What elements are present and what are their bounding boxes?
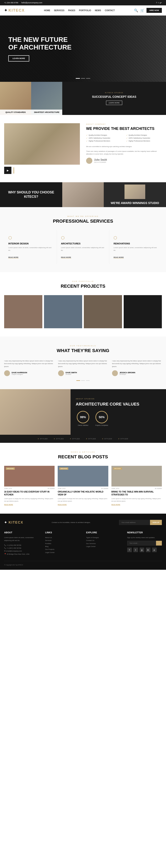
about-title: WE PROVIDE THE BEST ARCHITECTS [86,126,162,131]
footer-subscribe-button[interactable]: SIGN UP [150,520,162,525]
email: hello@yourcompany.com [21,2,42,4]
studio-tag-1[interactable]: #STYLED [38,438,48,440]
blog-date-3: JUNE 13TH [111,488,119,489]
footer-columns: About Lorem ipsum dolor sit amet, consec… [4,531,162,556]
service-card-3: ⬡ RENOVATIONS Lorem ipsum dolor sit amet… [109,230,162,264]
why-right-image [124,185,145,199]
t-dot-2[interactable] [81,380,85,381]
check-item-1: ✓ Quality Architect Designs [86,134,122,136]
project-image-2[interactable] [44,295,82,328]
t-dot-3[interactable] [86,380,90,381]
social-linkedin-icon[interactable]: in [146,548,150,552]
nav-pages[interactable]: PAGES [68,9,75,11]
about-image-side: ▶ [4,123,80,174]
project-image-1[interactable] [4,295,42,328]
about-text-2: There are many variations of passages of… [86,150,162,156]
studio-tag-2[interactable]: #STYLED [54,438,64,440]
hero-cta-button[interactable]: LEARN MORE [8,55,29,62]
footer-logo: ✦ KITECX [4,521,23,524]
footer-explore-1[interactable]: Types of Designs [86,536,121,539]
projects-grid [4,295,162,328]
blog-readmore-1[interactable]: READ MORE [4,504,55,505]
footer-email-input[interactable] [119,520,150,525]
blog-text-3: Lorem ipsum is simply free text used by … [111,497,162,502]
cart-icon[interactable]: 🛒 [140,8,144,12]
nav-portfolio[interactable]: PORTFOLIO [79,9,91,11]
footer-link-4[interactable]: Blog [45,545,80,548]
footer-link-3[interactable]: Portfolio [45,542,80,545]
check-label-6: Highly Professional Members [129,140,150,142]
signature-name: John Smith [94,158,107,161]
twitter-icon[interactable]: t [158,2,159,4]
feature-label-2: SMARTEST ARCHITECTURE [31,110,62,115]
hero-dot-3[interactable] [86,78,90,79]
blog-readmore-2[interactable]: READ MORE [58,504,108,505]
blog-readmore-3[interactable]: READ MORE [111,504,162,505]
studio-tag-3[interactable]: #STYLED [70,438,80,440]
about-play-area: ▶ [4,167,80,174]
nav-news[interactable]: NEWS [95,9,101,11]
service-readmore-2[interactable]: READ MORE [61,256,71,258]
social-twitter-icon[interactable]: t [133,548,138,552]
blog-card-img-wrap-3: ARCHIVE [111,466,162,487]
footer-link-2[interactable]: Services [45,539,80,542]
search-icon[interactable]: 🔍 [134,8,138,12]
footer-explore-4[interactable]: Legal Center [86,545,121,548]
check-label-5: 100% Satisfactory Guarantee [129,137,150,139]
hero-dot-2[interactable] [81,78,85,79]
hero-dot-1[interactable] [76,78,80,79]
check-icon-5: ✓ [126,137,128,139]
footer-link-1[interactable]: About Us [45,536,80,539]
blog-text-2: Lorem ipsum of simply free text used by … [58,497,108,502]
services-section: WHAT WE'RE OFFERING PROFESSIONAL SERVICE… [0,207,166,272]
nav-services[interactable]: SERVICES [54,9,64,11]
values-image [0,389,71,435]
footer-explore-3[interactable]: Our Services [86,542,121,545]
blog-card-title-2: ORGANICALLY GROW THE HOLISTIC WORLD VIEW… [58,490,108,496]
feature-card-overline: KITECX STUDIO [105,92,123,94]
author-role-2: Architect [65,374,77,375]
blog-meta-2: JUNE 13TH BY ADMIN [58,487,108,490]
project-image-3[interactable] [84,295,122,328]
footer-newsletter-title: Newsletter [127,531,162,534]
author-details-1: DAVE HARRISON Graphic Designer [11,372,27,375]
t-dot-1[interactable] [76,380,80,381]
stat-label-1: Clients Satisfied [78,425,88,426]
google-icon[interactable]: g+ [160,2,162,4]
newsletter-email-input[interactable] [127,541,156,546]
studio-tag-6[interactable]: #STYLED [118,438,128,440]
blog-card-title-3: BRING TO THE TABLE WIN-WIN SURVIVAL STRA… [111,490,162,496]
social-google-icon[interactable]: g [140,548,144,552]
service-readmore-1[interactable]: READ MORE [8,256,19,258]
service-icon-1: ⬡ [8,235,53,240]
footer-link-6[interactable]: Legal Center [45,551,80,554]
testimonial-card-3: I was very impressed by the kitecx ipsum… [112,360,162,376]
play-button[interactable]: ▶ [4,167,11,174]
author-role-3: Developer [119,374,135,375]
service-readmore-3[interactable]: READ MORE [113,256,124,258]
author-name-3: JESSICA BROWN [119,372,135,374]
nav-actions: 🔍 🛒 HIRE NOW [134,8,162,13]
site-logo[interactable]: ✦ KITECX [4,8,25,12]
studio-tag-5[interactable]: #STYLED [102,438,112,440]
footer-link-5[interactable]: Our Projects [45,548,80,551]
footer-explore-2[interactable]: Contact Us [86,539,121,542]
social-facebook-icon[interactable]: f [127,548,132,552]
check-icon-1: ✓ [86,134,88,136]
facebook-icon[interactable]: f [156,2,157,4]
check-label-2: 100% Satisfactory Guarantee [89,137,110,139]
feature-card-button[interactable]: LEARN MORE [106,101,122,105]
social-pinterest-icon[interactable]: p [152,548,157,552]
testimonials-title: WHAT THEY'RE SAYING [4,348,162,353]
footer-col-about: About Lorem ipsum dolor sit amet, consec… [4,531,39,556]
project-image-4[interactable] [124,295,162,328]
nav-contact[interactable]: CONTACT [105,9,115,11]
blog-author-3: BY ADMIN [155,488,162,489]
studio-tag-4[interactable]: #STYLED [86,438,96,440]
hire-button[interactable]: HIRE NOW [146,8,162,13]
newsletter-submit-button[interactable]: → [156,541,162,546]
nav-home[interactable]: HOME [44,9,50,11]
check-icon-4: ✓ [126,134,128,136]
about-checks: ✓ Quality Architect Designs ✓ 100% Satis… [86,134,162,143]
social-links[interactable]: f t g+ [156,2,162,4]
